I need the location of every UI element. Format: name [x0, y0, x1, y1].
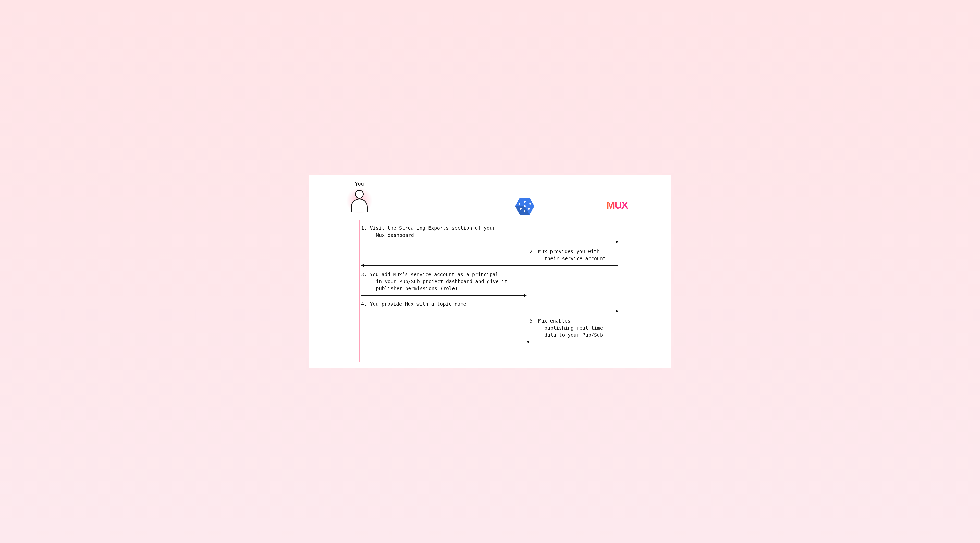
step-5: 5. Mux enables publishing real-time data… [361, 318, 618, 343]
step-2-text: 2. Mux provides you with their service a… [530, 248, 628, 262]
actor-pubsub [515, 197, 535, 216]
pubsub-icon [515, 197, 535, 216]
arrow-right-icon [361, 310, 618, 312]
sequence-diagram: You MUX 1. Visit the Streaming Exports s… [309, 175, 671, 368]
actor-you: You [349, 181, 369, 213]
arrow-left-icon [361, 264, 618, 267]
step-3-text: 3. You add Mux’s service account as a pr… [361, 271, 618, 292]
actor-mux: MUX [602, 200, 632, 210]
step-1: 1. Visit the Streaming Exports section o… [361, 225, 618, 243]
arrow-right-icon [361, 294, 527, 297]
step-4-text: 4. You provide Mux with a topic name [361, 300, 618, 308]
step-5-text: 5. Mux enables publishing real-time data… [530, 318, 628, 338]
arrow-right-icon [361, 241, 618, 243]
step-3: 3. You add Mux’s service account as a pr… [361, 271, 618, 297]
step-2: 2. Mux provides you with their service a… [361, 248, 618, 267]
user-icon [349, 188, 369, 213]
step-1-text: 1. Visit the Streaming Exports section o… [361, 225, 618, 238]
step-4: 4. You provide Mux with a topic name [361, 300, 618, 312]
mux-logo-icon: MUX [602, 200, 632, 210]
arrow-left-icon [527, 341, 618, 343]
